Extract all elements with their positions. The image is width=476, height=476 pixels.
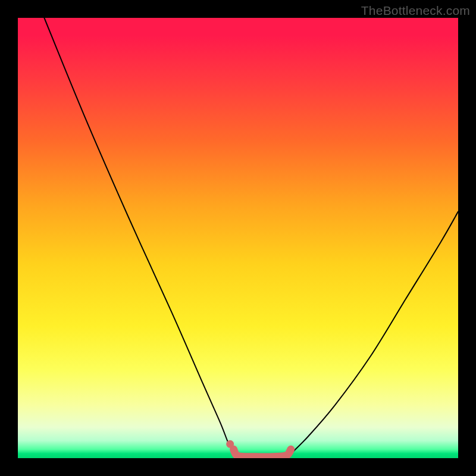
curve-layer [18,18,458,458]
watermark-text: TheBottleneck.com [361,4,470,18]
series-right-branch [291,212,458,454]
series-left-branch [44,18,236,454]
chart-frame: TheBottleneck.com [0,0,476,476]
series-valley-marker [234,449,291,457]
series-valley-marker-dot [226,440,234,448]
plot-area [18,18,458,458]
